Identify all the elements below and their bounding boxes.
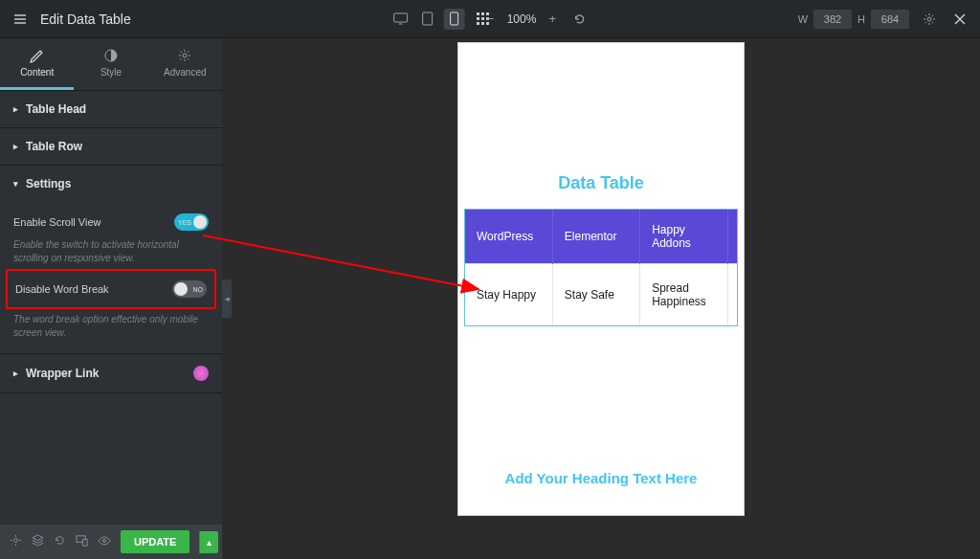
section-title: Table Row xyxy=(26,140,82,153)
settings-icon[interactable] xyxy=(919,9,940,30)
table-cell xyxy=(727,264,737,326)
zoom-in-icon[interactable]: + xyxy=(542,9,563,30)
update-options-button[interactable]: ▴ xyxy=(199,531,218,553)
table-cell: Spread Happiness xyxy=(640,264,727,326)
control-description: The word break option effective only mob… xyxy=(13,313,209,340)
section-wrapper-link[interactable]: ▸Wrapper Link xyxy=(0,354,222,393)
mobile-device-frame: Data Table WordPress Elementor Happy Add… xyxy=(457,42,745,516)
tab-content[interactable]: Content xyxy=(0,38,74,90)
general-settings-icon[interactable] xyxy=(10,534,22,549)
topbar-left: Edit Data Table xyxy=(10,9,131,30)
hamburger-icon[interactable] xyxy=(10,9,31,30)
close-icon[interactable] xyxy=(949,9,970,30)
width-input[interactable] xyxy=(813,10,852,29)
svg-rect-17 xyxy=(82,540,87,547)
switch-no-label: NO xyxy=(193,286,204,293)
sidebar-footer: UPDATE ▴ xyxy=(0,525,222,559)
chevron-down-icon: ▾ xyxy=(13,179,18,189)
preview-canvas: Data Table WordPress Elementor Happy Add… xyxy=(222,38,980,559)
switch-knob xyxy=(193,215,207,229)
tab-style[interactable]: Style xyxy=(74,38,147,90)
settings-header[interactable]: ▾Settings xyxy=(0,166,222,202)
heading-widget-placeholder[interactable]: Add Your Heading Text Here xyxy=(464,470,738,486)
svg-rect-10 xyxy=(423,12,433,25)
update-button[interactable]: UPDATE xyxy=(121,530,189,553)
svg-point-15 xyxy=(14,539,18,543)
mobile-icon[interactable] xyxy=(444,9,465,30)
responsive-controls: − 100% + xyxy=(390,9,590,30)
scroll-view-switch[interactable]: YES xyxy=(174,213,209,231)
svg-point-12 xyxy=(927,17,931,21)
editor-sidebar: Content Style Advanced ▸Table Head ▸Tabl… xyxy=(0,38,222,559)
editor-topbar: Edit Data Table − 100% + W H xyxy=(0,0,980,38)
zoom-level: 100% xyxy=(507,12,537,26)
tab-label: Advanced xyxy=(164,67,206,78)
widget-title: Data Table xyxy=(464,173,738,193)
reset-zoom-icon[interactable] xyxy=(568,9,590,30)
svg-rect-9 xyxy=(394,13,408,22)
history-icon[interactable] xyxy=(54,534,66,549)
control-label: Enable Scroll View xyxy=(13,216,101,228)
control-description: Enable the switch to activate horizontal… xyxy=(13,238,209,265)
tablet-icon[interactable] xyxy=(417,9,438,30)
word-break-switch[interactable]: NO xyxy=(172,280,207,298)
svg-rect-11 xyxy=(451,12,458,25)
svg-point-18 xyxy=(103,540,106,543)
chevron-right-icon: ▸ xyxy=(13,104,18,114)
data-table-widget[interactable]: WordPress Elementor Happy Addons Stay Ha… xyxy=(464,209,738,326)
responsive-mode-icon[interactable] xyxy=(76,534,88,549)
width-label: W xyxy=(798,13,808,25)
section-table-head[interactable]: ▸Table Head xyxy=(0,91,222,128)
switch-yes-label: YES xyxy=(178,219,191,226)
table-header-cell: WordPress xyxy=(465,210,552,264)
height-input[interactable] xyxy=(871,10,909,29)
section-title: Table Head xyxy=(26,102,86,116)
chevron-right-icon: ▸ xyxy=(13,142,18,151)
table-header-cell: Happy Addons xyxy=(640,210,727,264)
table-cell: Stay Happy xyxy=(465,264,552,326)
preview-icon[interactable] xyxy=(98,535,111,548)
section-title: Settings xyxy=(26,177,71,190)
desktop-icon[interactable] xyxy=(390,9,412,30)
table-header-row: WordPress Elementor Happy Addons xyxy=(465,210,737,264)
topbar-right: W H xyxy=(798,9,970,30)
svg-point-14 xyxy=(183,54,187,57)
tab-label: Style xyxy=(100,67,122,78)
section-settings: ▾Settings Enable Scroll View YES Enable … xyxy=(0,166,222,354)
tab-advanced[interactable]: Advanced xyxy=(148,38,222,90)
switch-knob xyxy=(174,282,188,296)
table-cell: Stay Safe xyxy=(552,264,639,326)
tab-label: Content xyxy=(20,67,54,78)
table-header-cell: Elementor xyxy=(552,210,639,264)
navigator-icon[interactable] xyxy=(32,534,44,549)
height-label: H xyxy=(858,13,865,25)
section-table-row[interactable]: ▸Table Row xyxy=(0,128,222,166)
control-label: Disable Word Break xyxy=(15,283,109,295)
table-row: Stay Happy Stay Safe Spread Happiness xyxy=(465,264,737,326)
zoom-out-icon[interactable]: − xyxy=(480,9,501,30)
annotation-highlight: Disable Word Break NO xyxy=(6,269,216,309)
panel-title: Edit Data Table xyxy=(40,11,131,27)
wrapper-link-badge-icon xyxy=(193,366,209,381)
section-title: Wrapper Link xyxy=(26,367,99,380)
panel-tabs: Content Style Advanced xyxy=(0,38,222,91)
table-header-cell xyxy=(727,210,737,264)
chevron-right-icon: ▸ xyxy=(13,369,18,378)
